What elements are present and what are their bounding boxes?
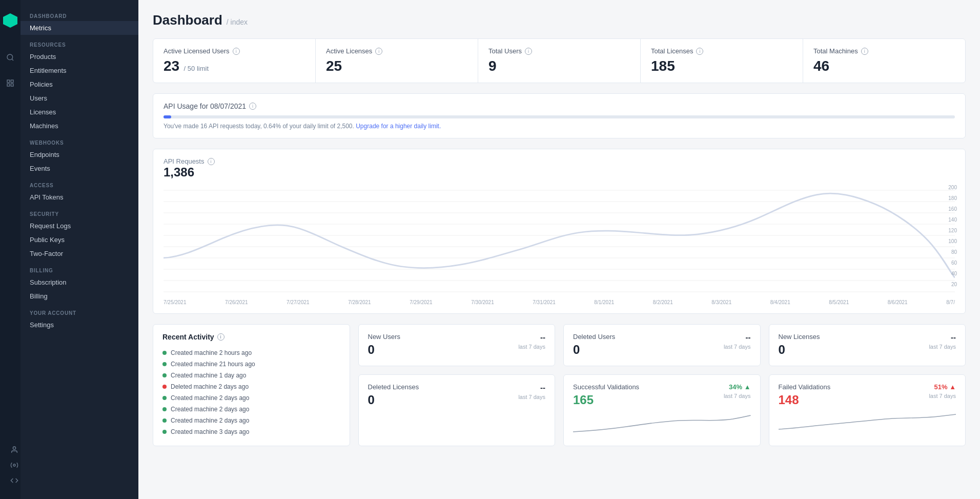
- chart-title: API Requests i: [164, 157, 955, 165]
- sidebar-item-public-keys[interactable]: Public Keys: [21, 233, 138, 247]
- svg-rect-2: [7, 80, 10, 83]
- mini-chart-successful: [573, 411, 751, 437]
- mini-stat-title-deleted-users: Deleted Users: [573, 333, 615, 341]
- activity-dot-red: [162, 385, 167, 389]
- info-icon-active-licenses[interactable]: i: [375, 48, 382, 55]
- icon-rail: [0, 0, 21, 499]
- activity-item: Created machine 2 days ago: [162, 404, 340, 415]
- stat-card-active-licensed-users: Active Licensed Users i 23 / 50 limit: [153, 39, 316, 83]
- activity-dot-green: [162, 373, 167, 377]
- sidebar-item-endpoints[interactable]: Endpoints: [21, 148, 138, 162]
- api-usage-progress-fill: [164, 115, 171, 118]
- chart-svg: [164, 185, 955, 297]
- activity-list: Created machine 2 hours ago Created mach…: [162, 347, 340, 437]
- mini-stat-title-new-licenses: New Licenses: [779, 333, 820, 341]
- sidebar-item-users[interactable]: Users: [21, 91, 138, 105]
- activity-item: Deleted machine 2 days ago: [162, 381, 340, 392]
- info-icon-chart[interactable]: i: [208, 158, 215, 165]
- search-icon-btn[interactable]: [2, 49, 18, 66]
- svg-point-7: [13, 464, 15, 466]
- stat-value-active-licenses: 25: [326, 58, 342, 74]
- api-usage-upgrade-link[interactable]: Upgrade for a higher daily limit.: [356, 123, 441, 130]
- sidebar-item-metrics[interactable]: Metrics: [21, 21, 138, 35]
- nav-icon-3[interactable]: [6, 442, 23, 458]
- nav-icon-5[interactable]: [6, 472, 23, 489]
- validation-badge-successful: 34% ▲ last 7 days: [724, 383, 751, 400]
- main-content: Dashboard / index Active Licensed Users …: [138, 0, 980, 499]
- activity-item: Created machine 21 hours ago: [162, 358, 340, 370]
- sidebar-item-events[interactable]: Events: [21, 162, 138, 175]
- mini-stat-badge-new-licenses: -- last 7 days: [929, 333, 956, 351]
- mini-stat-value-new-users: 0: [368, 343, 401, 357]
- activity-dot-green: [162, 396, 167, 400]
- validation-card-successful: Successful Validations 165 34% ▲ last 7 …: [563, 374, 761, 446]
- info-icon-total-licenses[interactable]: i: [696, 48, 703, 55]
- info-icon-total-machines[interactable]: i: [861, 48, 868, 55]
- activity-dot-green: [162, 418, 167, 423]
- activity-item: Created machine 2 hours ago: [162, 347, 340, 358]
- sidebar-item-api-tokens[interactable]: API Tokens: [21, 190, 138, 204]
- nav-icon-2[interactable]: [2, 75, 18, 91]
- info-icon-total-users[interactable]: i: [525, 48, 532, 55]
- stat-label-total-machines: Total Machines i: [813, 47, 955, 55]
- mini-stat-new-licenses: New Licenses 0 -- last 7 days: [769, 324, 966, 366]
- activity-item: Created machine 2 days ago: [162, 415, 340, 426]
- activity-item: Created machine 1 day ago: [162, 370, 340, 381]
- nav-icon-4[interactable]: [6, 457, 23, 473]
- sidebar-item-policies[interactable]: Policies: [21, 77, 138, 91]
- mini-stat-title-deleted-licenses: Deleted Licenses: [368, 383, 419, 391]
- svg-line-1: [12, 59, 13, 61]
- sidebar-item-entitlements[interactable]: Entitlements: [21, 64, 138, 77]
- logo-hexagon-icon: [3, 13, 17, 28]
- mini-stat-deleted-users: Deleted Users 0 -- last 7 days: [563, 324, 761, 366]
- activity-item: Created machine 2 days ago: [162, 392, 340, 404]
- recent-activity-title: Recent Activity i: [162, 333, 340, 341]
- activity-dot-green: [162, 351, 167, 355]
- stat-label-total-licenses: Total Licenses i: [651, 47, 792, 55]
- sidebar-item-two-factor[interactable]: Two-Factor: [21, 247, 138, 261]
- validation-title-successful: Successful Validations: [573, 383, 639, 391]
- info-icon-recent-activity[interactable]: i: [217, 333, 224, 341]
- stat-label-total-users: Total Users i: [488, 47, 630, 55]
- info-icon-api-usage[interactable]: i: [249, 103, 256, 110]
- validation-value-failed: 148: [779, 393, 831, 407]
- activity-dot-green: [162, 407, 167, 411]
- svg-rect-4: [7, 84, 10, 86]
- section-label-security: SECURITY: [21, 204, 138, 219]
- sidebar-item-machines[interactable]: Machines: [21, 119, 138, 133]
- stat-card-total-licenses: Total Licenses i 185: [641, 39, 803, 83]
- stat-label-active-licensed-users: Active Licensed Users i: [164, 47, 305, 55]
- recent-activity-panel: Recent Activity i Created machine 2 hour…: [153, 324, 350, 446]
- sidebar-item-products[interactable]: Products: [21, 50, 138, 64]
- section-label-resources: RESOURCES: [21, 35, 138, 50]
- section-label-webhooks: WEBHOOKS: [21, 133, 138, 148]
- stat-card-total-machines: Total Machines i 46: [803, 39, 965, 83]
- content-area: Dashboard / index Active Licensed Users …: [138, 0, 980, 499]
- chart-section: API Requests i 1,386: [153, 149, 966, 314]
- stat-label-active-licenses: Active Licenses i: [326, 47, 467, 55]
- mini-stat-new-users: New Users 0 -- last 7 days: [358, 324, 556, 366]
- mini-stat-value-deleted-licenses: 0: [368, 393, 419, 407]
- stat-card-active-licenses: Active Licenses i 25: [316, 39, 478, 83]
- section-label-billing: BILLING: [21, 261, 138, 275]
- mini-stat-title-new-users: New Users: [368, 333, 401, 341]
- sidebar-item-licenses[interactable]: Licenses: [21, 105, 138, 119]
- sidebar-item-subscription[interactable]: Subscription: [21, 275, 138, 289]
- chart-y-labels: 200 180 160 140 120 100 80 60 40 20: [948, 185, 957, 287]
- validation-title-failed: Failed Validations: [779, 383, 831, 391]
- sidebar-item-settings[interactable]: Settings: [21, 318, 138, 332]
- sidebar-item-request-logs[interactable]: Request Logs: [21, 219, 138, 233]
- validation-value-successful: 165: [573, 393, 639, 407]
- svg-point-0: [7, 54, 13, 60]
- stat-value-total-users: 9: [488, 58, 497, 74]
- sidebar: DASHBOARD Metrics RESOURCES Products Ent…: [21, 0, 138, 499]
- mini-stat-badge-new-users: -- last 7 days: [518, 333, 545, 351]
- svg-rect-5: [11, 84, 13, 86]
- stat-value-total-machines: 46: [813, 58, 829, 74]
- page-header: Dashboard / index: [153, 12, 966, 28]
- info-icon-active-licensed-users[interactable]: i: [233, 48, 240, 55]
- sidebar-item-billing[interactable]: Billing: [21, 289, 138, 303]
- validation-badge-failed: 51% ▲ last 7 days: [929, 383, 956, 400]
- chart-container: 200 180 160 140 120 100 80 60 40 20: [164, 185, 955, 297]
- mini-stat-badge-deleted-users: -- last 7 days: [724, 333, 751, 351]
